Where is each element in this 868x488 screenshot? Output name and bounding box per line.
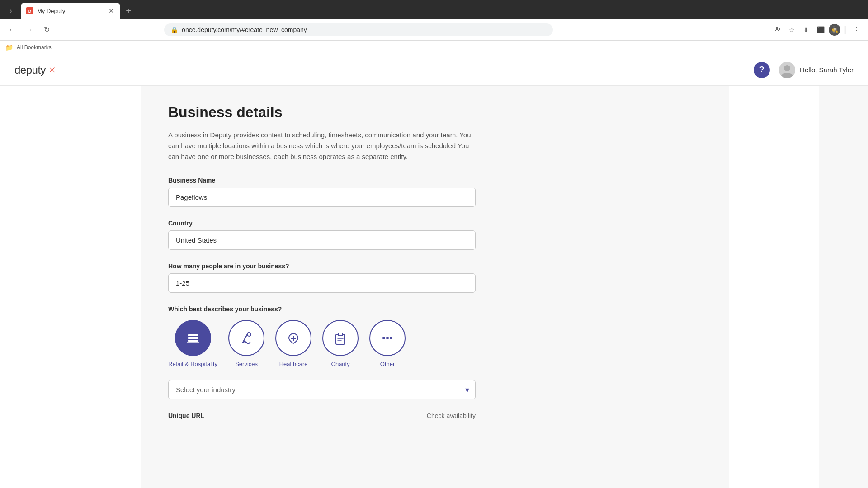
browser-chrome: › D My Deputy ✕ + ← → ↻ 🔒 once.deputy.co… (0, 0, 868, 54)
check-availability-link[interactable]: Check availability (427, 412, 476, 419)
svg-text:D: D (28, 9, 31, 14)
other-icon (369, 320, 406, 356)
retail-label: Retail & Hospitality (168, 361, 217, 367)
star-icon[interactable]: ☆ (785, 23, 798, 36)
country-input[interactable] (168, 230, 476, 250)
tab-close-button[interactable]: ✕ (108, 7, 115, 14)
retail-icon (175, 320, 211, 356)
svg-rect-14 (338, 333, 343, 336)
menu-button[interactable]: ⋮ (850, 23, 863, 36)
tab-bar-expand-btn[interactable]: › (5, 5, 17, 17)
app-container: deputy ✳ ? Hello, Sarah Tyler Busines (0, 54, 868, 488)
healthcare-icon (275, 320, 311, 356)
business-type-other[interactable]: Other (369, 320, 406, 367)
logo-text: deputy (14, 64, 46, 76)
reload-button[interactable]: ↻ (40, 23, 53, 37)
tab-title: My Deputy (37, 8, 104, 14)
help-button[interactable]: ? (754, 62, 770, 78)
unique-url-label: Unique URL (168, 412, 204, 419)
browser-toolbar-icons: 👁 ☆ ⬇ ⬛ 🕵 | ⋮ (771, 23, 863, 36)
people-count-label: How many people are in your business? (168, 263, 476, 270)
charity-label: Charity (331, 361, 350, 367)
bookmarks-label: All Bookmarks (17, 44, 52, 51)
industry-select[interactable]: Select your industry (168, 380, 476, 399)
user-greeting: Hello, Sarah Tyler (800, 66, 854, 74)
svg-point-3 (784, 65, 790, 71)
business-name-label: Business Name (168, 177, 476, 184)
svg-point-19 (390, 337, 392, 339)
svg-rect-7 (188, 340, 198, 342)
charity-icon (322, 320, 359, 356)
deputy-logo: deputy ✳ (14, 64, 56, 76)
business-type-label: Which best describes your business? (168, 305, 702, 313)
visibility-off-icon[interactable]: 👁 (771, 23, 783, 36)
app-header: deputy ✳ ? Hello, Sarah Tyler (0, 54, 868, 86)
user-info[interactable]: Hello, Sarah Tyler (779, 62, 854, 78)
country-group: Country (168, 220, 476, 250)
unique-url-row: Unique URL Check availability (168, 412, 476, 419)
business-type-group: Which best describes your business? (168, 305, 702, 367)
svg-rect-6 (188, 337, 198, 339)
healthcare-label: Healthcare (279, 361, 308, 367)
bookmarks-bar: 📁 All Bookmarks (0, 41, 868, 54)
extensions-icon[interactable]: ⬛ (814, 23, 827, 36)
right-sidebar (729, 86, 819, 488)
business-type-grid: Retail & Hospitality Services (168, 320, 476, 367)
business-type-services[interactable]: Services (228, 320, 264, 367)
svg-point-17 (382, 337, 385, 339)
people-count-group: How many people are in your business? (168, 263, 476, 293)
left-sidebar (0, 86, 141, 488)
back-button[interactable]: ← (5, 23, 19, 37)
page-title: Business details (168, 104, 702, 121)
people-count-input[interactable] (168, 273, 476, 293)
avatar (779, 62, 795, 78)
logo-star: ✳ (48, 65, 56, 75)
svg-rect-5 (188, 334, 198, 336)
business-type-retail[interactable]: Retail & Hospitality (168, 320, 217, 367)
tab-favicon: D (26, 7, 33, 14)
address-bar[interactable]: 🔒 once.deputy.com/my/#create_new_company (164, 23, 553, 36)
forward-button[interactable]: → (23, 23, 36, 37)
business-name-input[interactable] (168, 188, 476, 207)
other-label: Other (380, 361, 395, 367)
business-type-charity[interactable]: Charity (322, 320, 359, 367)
active-tab[interactable]: D My Deputy ✕ (21, 3, 120, 19)
url-text: once.deputy.com/my/#create_new_company (182, 26, 547, 33)
download-icon[interactable]: ⬇ (800, 23, 812, 36)
new-tab-button[interactable]: + (122, 5, 135, 17)
services-label: Services (235, 361, 258, 367)
business-type-healthcare[interactable]: Healthcare (275, 320, 311, 367)
business-description: A business in Deputy provides context to… (168, 130, 476, 162)
svg-rect-8 (187, 342, 199, 343)
bookmarks-folder-icon: 📁 (5, 44, 13, 51)
main-wrapper: Business details A business in Deputy pr… (0, 86, 868, 488)
content-area: Business details A business in Deputy pr… (141, 86, 729, 488)
lock-icon: 🔒 (170, 26, 178, 33)
country-label: Country (168, 220, 476, 227)
industry-select-wrapper: Select your industry ▾ (168, 380, 476, 399)
services-icon (228, 320, 264, 356)
business-name-group: Business Name (168, 177, 476, 207)
svg-point-18 (386, 337, 389, 339)
header-right: ? Hello, Sarah Tyler (754, 62, 854, 78)
address-bar-row: ← → ↻ 🔒 once.deputy.com/my/#create_new_c… (0, 19, 868, 41)
incognito-icon[interactable]: 🕵 (829, 24, 840, 36)
tab-bar: › D My Deputy ✕ + (0, 0, 868, 19)
